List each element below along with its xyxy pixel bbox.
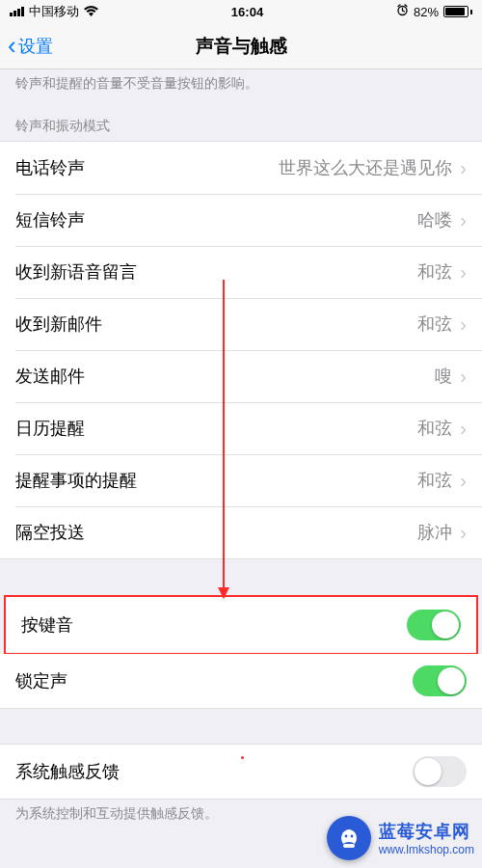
annotation-arrow (223, 280, 225, 598)
row-sentmail[interactable]: 发送邮件 嗖 › (0, 350, 482, 402)
lock-sound-toggle[interactable] (413, 665, 467, 696)
cell-label: 隔空投送 (15, 521, 85, 544)
volume-note: 铃声和提醒的音量不受音量按钮的影响。 (0, 69, 482, 104)
cell-label: 电话铃声 (15, 156, 85, 179)
chevron-right-icon: › (460, 209, 467, 231)
chevron-right-icon: › (460, 261, 467, 284)
cell-value: 嗖 (435, 365, 452, 388)
row-lock-sound: 锁定声 (0, 654, 482, 708)
cell-value: 和弦 (417, 312, 452, 336)
back-button[interactable]: ‹ 设置 (8, 23, 53, 68)
chevron-right-icon: › (460, 418, 467, 440)
watermark-name: 蓝莓安卓网 (379, 822, 470, 841)
keyboard-sound-highlight: 按键音 (4, 595, 478, 655)
carrier-label: 中国移动 (29, 3, 79, 20)
clock: 16:04 (231, 5, 263, 19)
svg-point-2 (350, 835, 353, 838)
row-system-haptic: 系统触感反馈 (0, 745, 482, 799)
back-label: 设置 (18, 35, 53, 58)
battery-icon (443, 6, 472, 17)
watermark: 蓝莓安卓网 www.lmkshop.com (327, 816, 474, 860)
row-newmail[interactable]: 收到新邮件 和弦 › (0, 298, 482, 350)
keyboard-sound-toggle[interactable] (407, 610, 461, 640)
wifi-icon (84, 5, 98, 19)
cell-label: 发送邮件 (15, 365, 85, 388)
row-airdrop[interactable]: 隔空投送 脉冲 › (0, 506, 482, 558)
svg-point-1 (344, 835, 347, 838)
watermark-url: www.lmkshop.com (379, 843, 474, 856)
cell-label: 短信铃声 (15, 208, 85, 231)
alarm-icon (396, 4, 409, 19)
row-calendar[interactable]: 日历提醒 和弦 › (0, 402, 482, 454)
chevron-right-icon: › (460, 157, 467, 179)
section-header-ringtones: 铃声和振动模式 (0, 104, 482, 141)
nav-bar: ‹ 设置 声音与触感 (0, 23, 482, 69)
content: 铃声和提醒的音量不受音量按钮的影响。 铃声和振动模式 电话铃声 世界这么大还是遇… (0, 69, 482, 834)
row-reminder[interactable]: 提醒事项的提醒 和弦 › (0, 454, 482, 506)
watermark-logo-icon (327, 816, 371, 860)
cell-label: 按键音 (21, 613, 73, 637)
battery-pct: 82% (414, 5, 439, 19)
cell-value: 和弦 (417, 260, 452, 284)
chevron-right-icon: › (460, 366, 467, 388)
cell-value: 和弦 (417, 469, 452, 492)
cell-value: 和弦 (417, 417, 452, 440)
signal-icon (10, 7, 24, 16)
row-voicemail[interactable]: 收到新语音留言 和弦 › (0, 246, 482, 298)
row-sms[interactable]: 短信铃声 哈喽 › (0, 194, 482, 246)
system-haptic-toggle[interactable] (413, 756, 467, 787)
annotation-dot (241, 756, 244, 759)
cell-label: 系统触感反馈 (15, 760, 120, 783)
chevron-right-icon: › (460, 470, 467, 492)
chevron-right-icon: › (460, 522, 467, 544)
page-title: 声音与触感 (196, 34, 287, 59)
cell-value: 世界这么大还是遇见你 (279, 156, 452, 179)
cell-label: 锁定声 (15, 669, 67, 692)
ringtone-group: 电话铃声 世界这么大还是遇见你 › 短信铃声 哈喽 › 收到新语音留言 和弦 ›… (0, 141, 482, 559)
row-ringtone[interactable]: 电话铃声 世界这么大还是遇见你 › (0, 142, 482, 194)
status-bar: 中国移动 16:04 82% (0, 0, 482, 23)
cell-label: 收到新邮件 (15, 312, 102, 336)
cell-label: 日历提醒 (15, 417, 85, 440)
cell-label: 收到新语音留言 (15, 260, 137, 284)
chevron-right-icon: › (460, 313, 467, 336)
cell-value: 脉冲 (417, 521, 452, 544)
cell-label: 提醒事项的提醒 (15, 469, 137, 492)
cell-value: 哈喽 (417, 208, 452, 231)
row-keyboard-sound: 按键音 (6, 597, 476, 653)
chevron-left-icon: ‹ (8, 31, 16, 61)
svg-rect-3 (343, 844, 355, 848)
